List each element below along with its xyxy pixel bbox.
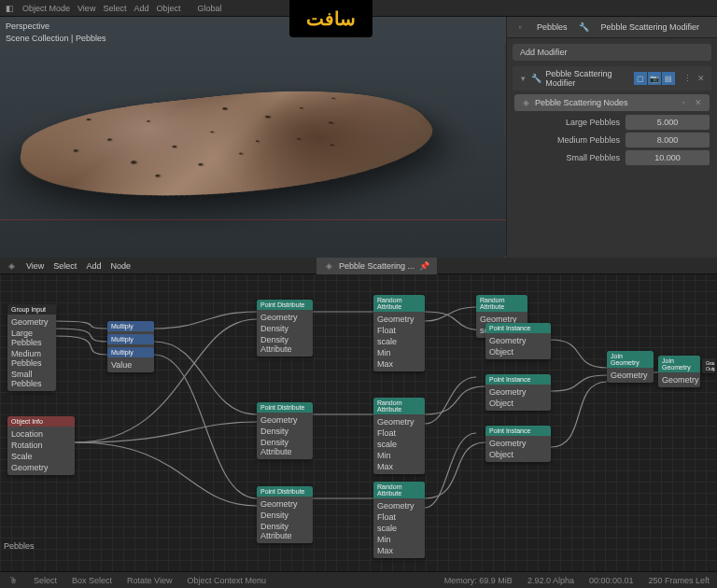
wrench-icon: 🔧 [531,73,541,84]
node-point-distribute-2[interactable]: Point DistributeGeometryDensityDensity A… [257,402,313,459]
large-pebbles-input[interactable]: 5.000 [626,115,710,130]
pin-icon[interactable]: 📌 [418,260,429,272]
node-wires [0,274,717,571]
status-bar: 🖱 Select Box Select Rotate View Object C… [0,571,717,588]
extras-icon[interactable]: ⋮ [682,73,692,84]
menu-object[interactable]: Object [156,4,180,13]
properties-panel: ▫ Pebbles 🔧 Pebble Scattering Modifier A… [506,17,717,258]
node-join-geometry-2[interactable]: Join GeometryGeometry [658,356,700,387]
node-group-output[interactable]: Group Output [702,358,715,373]
prop-small-pebbles: Small Pebbles 10.000 [514,150,710,165]
terrain-mesh[interactable] [9,77,466,226]
node-editor-header: ◈ View Select Add Node ◈ Pebble Scatteri… [0,258,717,274]
node-breadcrumb[interactable]: ◈ Pebble Scattering ... 📌 [316,258,437,274]
editor-icon[interactable]: ◧ [4,3,15,14]
chevron-down-icon[interactable]: ▾ [518,73,527,84]
menu-view[interactable]: View [77,4,95,13]
menu-add[interactable]: Add [134,4,148,13]
nodes-icon: ◈ [520,97,531,108]
mouse-icon: 🖱 [7,575,19,586]
node-object-info[interactable]: Object InfoLocationRotationScaleGeometry [7,416,75,475]
tab-pebbles[interactable]: Pebbles [533,21,571,34]
status-box-select: Box Select [72,576,112,585]
modifier-header: ▾ 🔧 Pebble Scattering Modifier ▢ 📷 ▤ ⋮ ✕ [513,66,711,91]
node-random-attr-3[interactable]: Random AttributeGeometryFloatscaleMinMax [373,482,425,558]
node-join-geometry-1[interactable]: Join GeometryGeometry [607,351,654,383]
node-random-attr-2[interactable]: Random AttributeGeometryFloatscaleMinMax [373,398,425,474]
realtime-icon[interactable]: ▢ [634,72,647,85]
node-point-instance-2[interactable]: Point InstanceGeometryObject [485,374,551,411]
status-version: 2.92.0 Alpha [527,576,574,585]
orientation[interactable]: Global [197,4,221,13]
node-point-distribute-3[interactable]: Point DistributeGeometryDensityDensity A… [257,486,313,543]
node-group-select[interactable]: ◈ Pebble Scattering Nodes ▫ ✕ [514,94,710,111]
ne-menu-select[interactable]: Select [53,261,77,271]
move-icon[interactable]: ✥ [504,82,506,99]
editor-type-icon[interactable]: ◈ [6,260,17,272]
zoom-icon[interactable]: 🔍 [504,63,506,80]
node-point-distribute-1[interactable]: Point DistributeGeometryDensityDensity A… [257,300,313,357]
scattered-pebbles [9,77,466,226]
node-random-attr-1[interactable]: Random AttributeGeometryFloatscaleMinMax [373,295,425,371]
grid-icon[interactable]: ⊞ [504,119,506,136]
cube-icon: ▫ [514,21,526,33]
modifier-visibility-buttons: ▢ 📷 ▤ [634,72,675,85]
main-area: Perspective Scene Collection | Pebbles ⊕… [0,17,717,258]
logo-badge: سافت [289,0,373,37]
status-rotate: Rotate View [127,576,172,585]
close-icon[interactable]: ✕ [696,73,706,84]
nodes-icon: ◈ [324,260,335,272]
render-icon[interactable]: 📷 [648,72,661,85]
editor-label: Pebbles [4,541,35,551]
node-editor[interactable]: ◈ View Select Add Node ◈ Pebble Scatteri… [0,258,717,571]
node-point-instance-1[interactable]: Point InstanceGeometryObject [485,323,551,359]
ne-menu-add[interactable]: Add [86,261,101,271]
x-axis-line [0,219,506,220]
unlink-icon[interactable]: ✕ [693,97,704,108]
camera-icon[interactable]: 📷 [504,101,506,118]
mode-dropdown[interactable]: Object Mode [22,4,70,13]
node-multiply-3[interactable]: MultiplyValue [107,347,154,372]
status-context: Object Context Menu [187,576,266,585]
edit-icon[interactable]: ▤ [662,72,675,85]
node-group-input[interactable]: Group Input GeometryLarge PebblesMedium … [7,304,56,391]
properties-header: ▫ Pebbles 🔧 Pebble Scattering Modifier [507,17,717,38]
ne-menu-view[interactable]: View [26,261,44,271]
ne-menu-node[interactable]: Node [110,261,131,271]
medium-pebbles-input[interactable]: 8.000 [626,133,710,147]
prop-large-pebbles: Large Pebbles 5.000 [514,115,710,130]
status-select: Select [34,576,57,585]
gizmo-icon[interactable]: ⊕ [504,45,506,62]
tab-modifier[interactable]: Pebble Scattering Modifier [598,21,704,34]
modifier-name[interactable]: Pebble Scattering Modifier [545,69,630,88]
status-memory: Memory: 69.9 MiB [444,576,513,585]
wrench-icon: 🔧 [579,21,590,33]
status-time: 00:00:00.01 [589,576,634,585]
viewport-tools: ⊕ 🔍 ✥ 📷 ⊞ [504,45,506,136]
small-pebbles-input[interactable]: 10.000 [626,150,710,165]
status-frames: 250 Frames Left [648,576,710,585]
browse-icon[interactable]: ▫ [678,97,689,108]
viewport-info: Perspective Scene Collection | Pebbles [6,21,105,44]
menu-select[interactable]: Select [103,4,126,13]
node-point-instance-3[interactable]: Point InstanceGeometryObject [485,426,551,462]
add-modifier-dropdown[interactable]: Add Modifier [513,44,711,61]
prop-medium-pebbles: Medium Pebbles 8.000 [514,133,710,147]
viewport-3d[interactable]: Perspective Scene Collection | Pebbles ⊕… [0,17,506,258]
